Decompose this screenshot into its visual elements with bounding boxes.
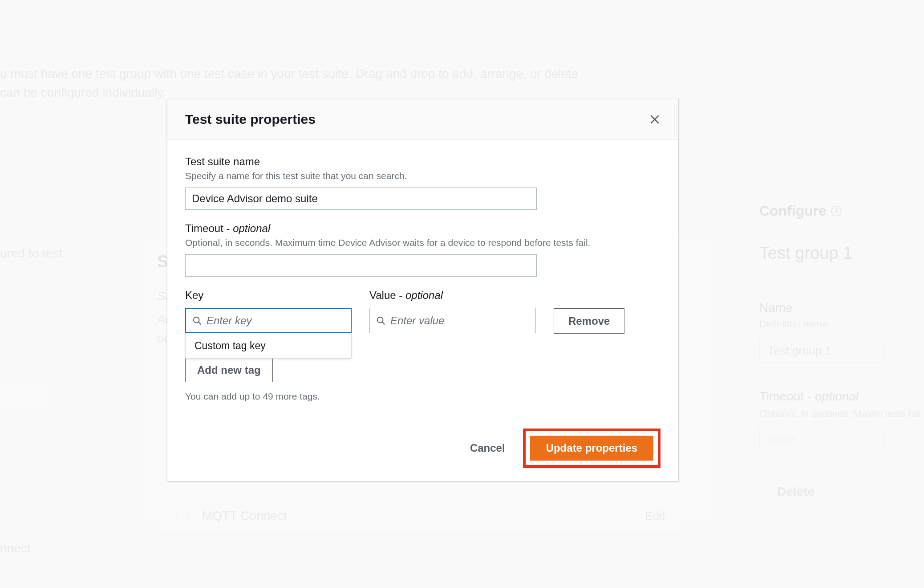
svg-line-3 (199, 322, 201, 324)
test-suite-properties-modal: Test suite properties Test suite name Sp… (167, 99, 679, 482)
svg-line-5 (382, 322, 385, 324)
cancel-button[interactable]: Cancel (466, 436, 510, 461)
modal-title: Test suite properties (185, 112, 316, 127)
close-icon (649, 114, 661, 125)
add-tag-button[interactable]: Add new tag (185, 358, 273, 382)
tag-value-input[interactable] (386, 314, 529, 327)
tag-count-note: You can add up to 49 more tags. (185, 391, 661, 402)
tag-key-input-wrap[interactable] (185, 308, 352, 333)
tag-key-label: Key (185, 289, 352, 302)
suite-name-label: Test suite name (185, 155, 661, 168)
tag-value-column: Value - optional (369, 289, 536, 333)
remove-tag-button[interactable]: Remove (554, 308, 624, 334)
tag-key-autocomplete: Custom tag key (185, 334, 352, 359)
suite-name-input[interactable] (185, 188, 537, 210)
autocomplete-option[interactable]: Custom tag key (186, 334, 351, 358)
modal-body: Test suite name Specify a name for this … (167, 140, 678, 420)
tag-key-column: Key Custom tag key (185, 289, 352, 333)
tag-value-label: Value - optional (369, 289, 536, 302)
update-button-highlight: Update properties (523, 429, 661, 468)
modal-footer: Cancel Update properties (167, 420, 678, 481)
timeout-input[interactable] (185, 254, 537, 277)
timeout-description: Optional, in seconds. Maximum time Devic… (185, 237, 661, 248)
modal-header: Test suite properties (167, 99, 678, 140)
tag-value-input-wrap[interactable] (369, 308, 536, 333)
timeout-label: Timeout - optional (185, 222, 661, 235)
tag-key-input[interactable] (202, 314, 344, 327)
update-properties-button[interactable]: Update properties (530, 436, 653, 461)
svg-point-4 (377, 317, 383, 323)
suite-name-group: Test suite name Specify a name for this … (185, 155, 661, 210)
search-icon (376, 316, 386, 326)
suite-name-description: Specify a name for this test suite that … (185, 171, 661, 181)
timeout-group: Timeout - optional Optional, in seconds.… (185, 222, 661, 277)
svg-point-2 (194, 317, 199, 323)
tag-row: Key Custom tag key Value - optional (185, 289, 661, 334)
search-icon (192, 316, 202, 326)
close-button[interactable] (649, 114, 661, 125)
